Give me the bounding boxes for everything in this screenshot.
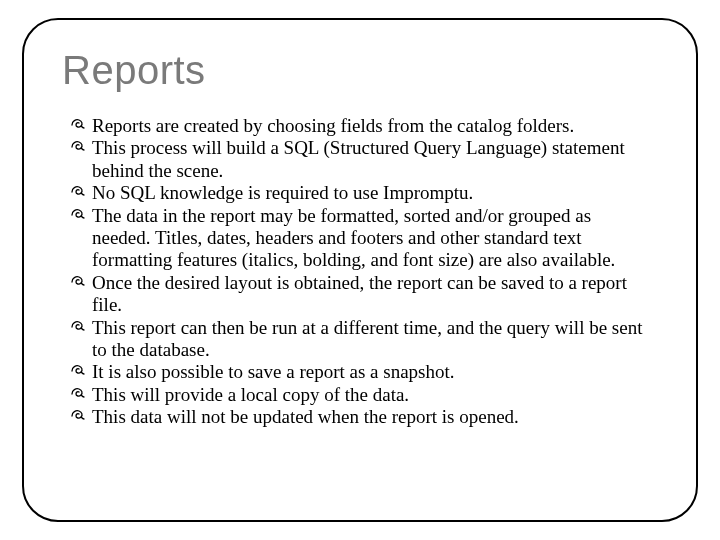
list-item: Once the desired layout is obtained, the… xyxy=(70,272,654,317)
slide-frame: Reports Reports are created by choosing … xyxy=(22,18,698,522)
swirl-bullet-icon xyxy=(70,408,86,424)
slide: Reports Reports are created by choosing … xyxy=(0,0,720,540)
bullet-list: Reports are created by choosing fields f… xyxy=(62,115,658,429)
list-item: The data in the report may be formatted,… xyxy=(70,205,654,272)
list-item: It is also possible to save a report as … xyxy=(70,361,654,383)
swirl-bullet-icon xyxy=(70,386,86,402)
list-item: Reports are created by choosing fields f… xyxy=(70,115,654,137)
list-item-text: It is also possible to save a report as … xyxy=(92,361,455,382)
list-item-text: The data in the report may be formatted,… xyxy=(92,205,615,271)
list-item-text: This will provide a local copy of the da… xyxy=(92,384,409,405)
swirl-bullet-icon xyxy=(70,139,86,155)
list-item-text: This data will not be updated when the r… xyxy=(92,406,519,427)
swirl-bullet-icon xyxy=(70,117,86,133)
swirl-bullet-icon xyxy=(70,184,86,200)
swirl-bullet-icon xyxy=(70,207,86,223)
list-item: This will provide a local copy of the da… xyxy=(70,384,654,406)
swirl-bullet-icon xyxy=(70,274,86,290)
list-item: This report can then be run at a differe… xyxy=(70,317,654,362)
swirl-bullet-icon xyxy=(70,363,86,379)
swirl-bullet-icon xyxy=(70,319,86,335)
slide-title: Reports xyxy=(62,48,658,93)
list-item: This process will build a SQL (Structure… xyxy=(70,137,654,182)
list-item-text: Reports are created by choosing fields f… xyxy=(92,115,574,136)
list-item: This data will not be updated when the r… xyxy=(70,406,654,428)
list-item-text: Once the desired layout is obtained, the… xyxy=(92,272,627,315)
list-item-text: This report can then be run at a differe… xyxy=(92,317,642,360)
list-item: No SQL knowledge is required to use Impr… xyxy=(70,182,654,204)
list-item-text: No SQL knowledge is required to use Impr… xyxy=(92,182,473,203)
list-item-text: This process will build a SQL (Structure… xyxy=(92,137,625,180)
